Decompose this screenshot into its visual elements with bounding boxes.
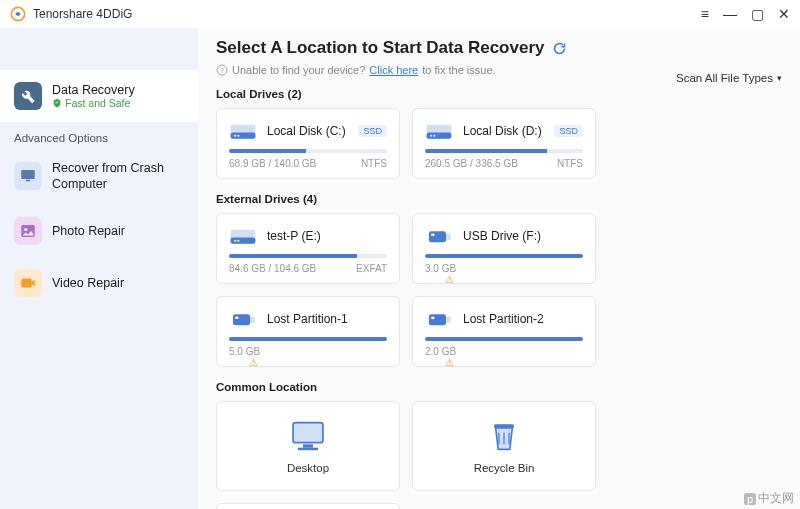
- svg-point-19: [237, 240, 239, 242]
- sidebar-item-recover-crash[interactable]: Recover from Crash Computer: [0, 148, 198, 205]
- drive-card[interactable]: Local Disk (C:)SSD68.9 GB / 140.0 GBNTFS: [216, 108, 400, 179]
- nav-subtitle: Fast and Safe: [52, 97, 135, 109]
- svg-text:?: ?: [220, 67, 224, 74]
- local-drives-title: Local Drives (2): [216, 88, 782, 100]
- scan-file-types-button[interactable]: Scan All File Types ▾: [676, 72, 782, 84]
- sidebar-item-photo-repair[interactable]: Photo Repair: [0, 205, 198, 257]
- photo-icon: [19, 222, 37, 240]
- watermark: p中文网: [744, 490, 794, 507]
- external-drives-title: External Drives (4): [216, 193, 782, 205]
- svg-point-11: [237, 135, 239, 137]
- nav-label: Video Repair: [52, 276, 124, 290]
- question-icon: ?: [216, 64, 228, 76]
- drive-card[interactable]: Lost Partition-22.0 GB⚠: [412, 296, 596, 367]
- common-label: Desktop: [287, 462, 329, 474]
- svg-rect-25: [235, 317, 238, 319]
- svg-rect-2: [26, 180, 31, 182]
- menu-icon[interactable]: ≡: [701, 7, 709, 21]
- svg-point-18: [234, 240, 236, 242]
- drive-name: Local Disk (D:): [463, 124, 544, 138]
- window-controls: ≡ — ▢ ✕: [701, 7, 790, 21]
- warn-icon: ⚠: [445, 357, 454, 368]
- svg-rect-30: [303, 444, 313, 447]
- svg-rect-21: [446, 234, 451, 240]
- svg-rect-29: [293, 423, 323, 443]
- common-location-card[interactable]: Recycle Bin: [412, 401, 596, 491]
- svg-rect-31: [298, 448, 318, 451]
- svg-rect-5: [21, 278, 32, 287]
- app-logo-icon: [10, 6, 26, 22]
- drive-name: Lost Partition-2: [463, 312, 583, 326]
- drive-name: Local Disk (C:): [267, 124, 348, 138]
- close-button[interactable]: ✕: [778, 7, 790, 21]
- chevron-down-icon: ▾: [777, 73, 782, 83]
- svg-point-10: [234, 135, 236, 137]
- common-location-title: Common Location: [216, 381, 782, 393]
- sidebar-item-video-repair[interactable]: Video Repair: [0, 257, 198, 309]
- video-icon: [19, 274, 37, 292]
- click-here-link[interactable]: Click here: [369, 64, 418, 76]
- drive-card[interactable]: USB Drive (F:)3.0 GB⚠: [412, 213, 596, 284]
- sidebar: Data Recovery Fast and Safe Advanced Opt…: [0, 28, 198, 509]
- nav-title: Data Recovery: [52, 83, 135, 97]
- svg-rect-20: [429, 231, 446, 242]
- titlebar: Tenorshare 4DDiG ≡ — ▢ ✕: [0, 0, 800, 28]
- svg-rect-23: [233, 314, 250, 325]
- drive-name: Lost Partition-1: [267, 312, 387, 326]
- drive-name: USB Drive (F:): [463, 229, 583, 243]
- drive-badge: SSD: [358, 125, 387, 137]
- drive-card[interactable]: test-P (E:)84.6 GB / 104.6 GBEXFAT: [216, 213, 400, 284]
- advanced-options-label: Advanced Options: [0, 122, 198, 148]
- svg-rect-22: [431, 234, 434, 236]
- svg-rect-32: [494, 424, 514, 428]
- maximize-button[interactable]: ▢: [751, 7, 764, 21]
- drive-badge: SSD: [554, 125, 583, 137]
- svg-rect-27: [446, 317, 451, 323]
- page-title: Select A Location to Start Data Recovery: [216, 38, 544, 58]
- app-name: Tenorshare 4DDiG: [33, 7, 701, 21]
- svg-rect-24: [250, 317, 255, 323]
- drive-name: test-P (E:): [267, 229, 387, 243]
- drive-card[interactable]: Lost Partition-15.0 GB⚠: [216, 296, 400, 367]
- svg-point-15: [433, 135, 435, 137]
- common-location-card[interactable]: Desktop: [216, 401, 400, 491]
- drive-card[interactable]: Local Disk (D:)SSD260.5 GB / 336.5 GBNTF…: [412, 108, 596, 179]
- warn-icon: ⚠: [445, 274, 454, 285]
- common-label: Recycle Bin: [474, 462, 535, 474]
- svg-rect-1: [21, 170, 35, 179]
- main-content: Select A Location to Start Data Recovery…: [198, 28, 800, 509]
- sidebar-item-data-recovery[interactable]: Data Recovery Fast and Safe: [0, 70, 198, 122]
- svg-rect-28: [431, 317, 434, 319]
- svg-rect-26: [429, 314, 446, 325]
- nav-label: Recover from Crash Computer: [52, 160, 184, 193]
- svg-point-4: [24, 228, 27, 231]
- wrench-icon: [20, 88, 36, 104]
- warn-icon: ⚠: [249, 357, 258, 368]
- refresh-icon[interactable]: [552, 41, 567, 56]
- minimize-button[interactable]: —: [723, 7, 737, 21]
- common-location-card[interactable]: Select Folder: [216, 503, 400, 509]
- svg-point-14: [430, 135, 432, 137]
- nav-label: Photo Repair: [52, 224, 125, 238]
- monitor-icon: [19, 167, 37, 185]
- shield-check-icon: [52, 98, 62, 108]
